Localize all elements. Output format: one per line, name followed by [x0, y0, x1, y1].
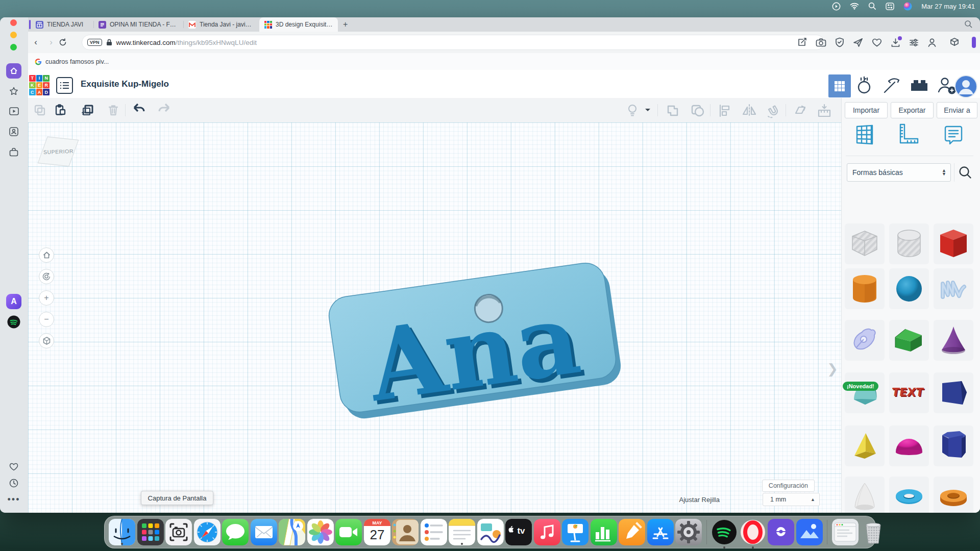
- dock-calendar-icon[interactable]: MAY27: [364, 519, 390, 545]
- history-icon[interactable]: [6, 475, 21, 491]
- tab-search-icon[interactable]: [964, 20, 973, 29]
- dock-purple-app-icon[interactable]: [768, 519, 794, 545]
- dock-finder-icon[interactable]: [109, 519, 135, 545]
- dock-facetime-icon[interactable]: [335, 519, 362, 545]
- copy-icon[interactable]: [34, 104, 46, 116]
- brick-export-icon[interactable]: [909, 76, 929, 94]
- url-field[interactable]: VPN www.tinkercad.com/things/kb95xHNwqLU…: [82, 35, 824, 50]
- show-all-caret-icon[interactable]: [645, 108, 657, 120]
- video-popout-icon[interactable]: [6, 104, 21, 119]
- shape-cylinder-transparent[interactable]: [889, 223, 929, 264]
- duplicate-icon[interactable]: [81, 104, 93, 116]
- ruler-tool-icon[interactable]: [895, 123, 919, 146]
- group-icon[interactable]: [666, 104, 678, 116]
- dock-appstore-icon[interactable]: [647, 519, 674, 545]
- design-title[interactable]: Exquisite Kup-Migelo: [81, 79, 169, 89]
- shape-box-transparent[interactable]: [845, 223, 885, 264]
- dock-keynote-icon[interactable]: [562, 519, 589, 545]
- assistant-icon[interactable]: [903, 2, 912, 11]
- play-circle-icon[interactable]: [832, 2, 841, 11]
- camera-icon[interactable]: [816, 38, 826, 47]
- shape-roof-green[interactable]: [889, 320, 929, 361]
- extensions-cube-icon[interactable]: [949, 37, 960, 47]
- share-invite-icon[interactable]: [937, 76, 957, 95]
- shape-sketch-pen[interactable]: [845, 320, 885, 361]
- delete-icon[interactable]: [108, 104, 120, 116]
- export-button[interactable]: Exportar: [891, 102, 934, 118]
- send-to-button[interactable]: Enviar a: [937, 102, 977, 118]
- shape-scribble[interactable]: [934, 268, 973, 309]
- wifi-icon[interactable]: [850, 3, 859, 10]
- dock-settings-icon[interactable]: [675, 519, 702, 545]
- new-tab-button[interactable]: +: [338, 17, 353, 32]
- tinkercad-logo[interactable]: T I N K E R C A D: [29, 75, 50, 95]
- perspective-button[interactable]: [39, 333, 54, 348]
- shape-hex-prism-navy[interactable]: [934, 425, 973, 466]
- shape-box-red[interactable]: [934, 223, 973, 264]
- workplane-icon[interactable]: [792, 104, 804, 116]
- shape-search-icon[interactable]: [958, 165, 972, 180]
- spotify-icon[interactable]: [6, 314, 21, 330]
- ellipsis-icon[interactable]: •••: [6, 492, 21, 507]
- shape-text-3d[interactable]: TEXTTEXT: [889, 372, 929, 413]
- shape-torus-blue[interactable]: [889, 477, 929, 513]
- dock-minimized-window-icon[interactable]: [832, 519, 859, 545]
- shape-sphere-blue[interactable]: [889, 268, 929, 309]
- mirror-icon[interactable]: [742, 104, 754, 116]
- design-properties-button[interactable]: [56, 77, 73, 94]
- keychain-object[interactable]: Ana Ana: [314, 253, 651, 436]
- redo-icon[interactable]: [157, 103, 169, 115]
- shopping-icon[interactable]: [6, 144, 21, 160]
- align-icon[interactable]: [718, 104, 730, 116]
- dock-maps-icon[interactable]: [279, 519, 305, 545]
- dock-screenshot-icon[interactable]: [165, 519, 192, 545]
- settings-button[interactable]: Configuración: [762, 480, 815, 492]
- panel-collapse-chevron[interactable]: ❯: [827, 361, 838, 377]
- design-canvas[interactable]: SUPERIOR + − Ana Ana: [28, 122, 841, 513]
- orbit-button[interactable]: [39, 269, 54, 284]
- shape-paraboloid-white[interactable]: [845, 477, 885, 513]
- zoom-out-button[interactable]: −: [39, 312, 54, 327]
- tab-tienda-javi[interactable]: TIENDA JAVI: [31, 17, 94, 32]
- magnet-icon[interactable]: [766, 104, 778, 116]
- dock-music-icon[interactable]: [534, 519, 560, 545]
- dock-numbers-icon[interactable]: [591, 519, 617, 545]
- vpn-badge[interactable]: VPN: [87, 39, 102, 46]
- minimize-window-button[interactable]: [10, 32, 17, 38]
- home-workspace-icon[interactable]: [6, 63, 21, 79]
- shape-cone-purple[interactable]: [934, 320, 973, 361]
- search-icon[interactable]: [868, 2, 876, 10]
- zoom-window-button[interactable]: [10, 44, 17, 51]
- dock-trash-icon[interactable]: [860, 519, 887, 545]
- minecraft-export-icon[interactable]: [881, 76, 902, 94]
- close-window-button[interactable]: [10, 19, 17, 26]
- messenger-icon[interactable]: [6, 124, 21, 139]
- shield-check-icon[interactable]: [835, 37, 844, 47]
- dock-appletv-icon[interactable]: tv: [505, 519, 532, 545]
- tile-view-button[interactable]: [828, 74, 851, 97]
- dock-photos-icon[interactable]: [307, 519, 334, 545]
- bookmark-item[interactable]: cuadros famosos piv...: [35, 58, 109, 65]
- ruler-icon[interactable]: [817, 104, 829, 116]
- ungroup-icon[interactable]: [691, 104, 703, 116]
- undo-icon[interactable]: [132, 103, 144, 115]
- forward-button[interactable]: ›: [43, 37, 59, 47]
- tab-tinkercad-active[interactable]: 3D design Exquisite Kup: [259, 17, 338, 32]
- show-all-icon[interactable]: [627, 104, 639, 116]
- snap-grid-select[interactable]: 1 mm▲: [763, 493, 820, 506]
- import-button[interactable]: Importar: [845, 102, 888, 118]
- shape-pyramid-yellow[interactable]: [845, 425, 885, 466]
- sliders-icon[interactable]: [909, 38, 919, 47]
- dock-messages-icon[interactable]: [222, 519, 249, 545]
- dock-pages-icon[interactable]: [619, 519, 645, 545]
- tab-opina-mi-tienda[interactable]: OPINA MI TIENDA - Form: [93, 17, 183, 32]
- dock-spotify-icon[interactable]: [711, 519, 738, 545]
- star-icon[interactable]: [6, 84, 21, 99]
- dock-launchpad-icon[interactable]: [137, 519, 164, 545]
- dock-contacts-icon[interactable]: [392, 519, 419, 545]
- send-icon[interactable]: [853, 37, 863, 47]
- shape-round-roof-teal[interactable]: [845, 372, 885, 413]
- dock-notes-icon[interactable]: [449, 519, 475, 545]
- paste-icon[interactable]: [54, 104, 66, 116]
- back-button[interactable]: ‹: [28, 37, 43, 47]
